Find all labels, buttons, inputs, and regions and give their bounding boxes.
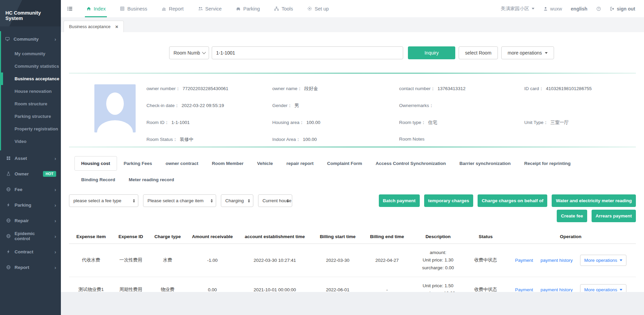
more-operations-label: More operations	[584, 258, 617, 263]
payment-history-link[interactable]: payment history	[540, 258, 573, 263]
sidebar-item-epidemic-control[interactable]: Epidemic control ›	[0, 228, 61, 244]
sidebar-item-label: Contract	[15, 249, 33, 254]
sidebar-item-property-registration[interactable]: Property registration	[1, 123, 61, 135]
payment-link[interactable]: Payment	[515, 258, 533, 263]
sidebar-menu: Community › My community Community stati…	[0, 26, 61, 275]
tab-housing-cost[interactable]: Housing cost	[74, 156, 117, 171]
cell-billing-end-time: -	[364, 277, 410, 292]
payment-history-link[interactable]: payment history	[540, 287, 573, 292]
sidebar-item-label: Parking	[15, 203, 31, 208]
fee-type-select[interactable]: please select a fee type	[69, 194, 138, 207]
batch-payment-button[interactable]: Batch payment	[379, 194, 420, 207]
nav-label: Set up	[315, 6, 329, 12]
sidebar-item-asset[interactable]: Asset ›	[0, 150, 61, 166]
nav-tools[interactable]: Tools	[274, 0, 293, 17]
search-field-select[interactable]: Room Number	[169, 46, 209, 59]
more-operations-button[interactable]: More operations	[580, 284, 626, 292]
sidebar-item-owner[interactable]: Owner HOT	[0, 166, 61, 182]
nav-service[interactable]: Service	[198, 0, 222, 17]
charge-item-select[interactable]: Please select a charge item	[143, 194, 216, 207]
menu-toggle-icon[interactable]	[67, 6, 73, 12]
field-unit-type: Unit Type：三室一厅	[524, 120, 636, 136]
tab-parking-fees[interactable]: Parking Fees	[117, 156, 159, 171]
tab-receipt-for-reprinting[interactable]: Receipt for reprinting	[518, 156, 577, 171]
search-field-value: Room Number	[174, 50, 200, 56]
sidebar-item-community-statistics[interactable]: Community statistics	[1, 60, 61, 72]
charging-status-select[interactable]: Charging	[221, 194, 253, 207]
water-electricity-meter-reading-button[interactable]: Water and electricity meter reading	[552, 194, 636, 207]
charging-status-value: Charging	[225, 198, 244, 203]
caret-down-icon	[620, 289, 622, 291]
community-selector[interactable]: 美满家园小区	[501, 6, 534, 12]
tab-access-control-synchronization[interactable]: Access Control Synchronization	[369, 156, 453, 171]
room-number-input[interactable]	[212, 46, 403, 59]
sidebar-item-community[interactable]: Community ›	[1, 31, 61, 47]
sidebar-item-contract[interactable]: Contract ›	[0, 244, 61, 259]
select-room-button[interactable]: select Room	[459, 46, 498, 59]
bolt-icon	[6, 203, 11, 207]
tab-vehicle[interactable]: Vehicle	[250, 156, 280, 171]
charge-on-behalf-button[interactable]: Charge charges on behalf of	[478, 194, 547, 207]
tab-complaint-form[interactable]: Complaint Form	[320, 156, 369, 171]
inquiry-button[interactable]: Inquiry	[408, 46, 455, 59]
user-menu[interactable]: wuxw	[543, 6, 562, 12]
nav-set-up[interactable]: Set up	[307, 0, 329, 17]
table-row: 代收水费 一次性费用 水费 -1.00 2022-03-30 10:27:41 …	[69, 244, 636, 277]
user-icon	[543, 6, 548, 11]
sidebar-item-repair[interactable]: Repair ›	[0, 213, 61, 228]
nav-business[interactable]: Business	[120, 0, 147, 17]
more-operations-button[interactable]: More operations	[580, 255, 626, 266]
arrears-payment-button[interactable]: Arrears payment	[592, 210, 636, 222]
caret-down-icon	[620, 259, 622, 261]
nav-index[interactable]: Index	[86, 0, 106, 17]
chevron-right-icon: ›	[54, 233, 56, 239]
create-fee-button[interactable]: Create fee	[557, 210, 587, 222]
tab-owner-contract[interactable]: owner contract	[159, 156, 205, 171]
chevron-down-icon	[202, 50, 206, 54]
temporary-charges-button[interactable]: temporary charges	[424, 194, 474, 207]
tab-binding-record[interactable]: Binding Record	[74, 172, 122, 187]
select-arrows-icon	[133, 199, 135, 203]
sidebar-item-my-community[interactable]: My community	[1, 47, 61, 60]
cell-expense-item: 代收水费	[69, 244, 113, 277]
nav-label: Index	[94, 6, 106, 12]
globe-icon	[6, 265, 11, 270]
more-operations-dropdown[interactable]: more operations	[501, 46, 554, 59]
tab-meter-reading-record[interactable]: Meter reading record	[122, 172, 181, 187]
sidebar-item-business-acceptance[interactable]: Business acceptance	[1, 72, 61, 85]
sidebar-item-parking-structure[interactable]: Parking structure	[1, 110, 61, 123]
sign-out-button[interactable]: sign out	[610, 6, 635, 12]
field-gender: Gender：男	[272, 103, 399, 120]
top-nav-right: 美满家园小区 wuxw english sign out	[501, 6, 635, 12]
tab-room-member[interactable]: Room Member	[205, 156, 250, 171]
flask-icon	[6, 171, 11, 176]
payment-link[interactable]: Payment	[515, 287, 533, 292]
nav-report[interactable]: Report	[161, 0, 184, 17]
tab-business-acceptance[interactable]: Business acceptance ×	[64, 21, 124, 32]
field-room-type: Room type：住宅	[399, 120, 524, 136]
nav-parking[interactable]: Parking	[236, 0, 260, 17]
sidebar-item-video[interactable]: Video	[1, 135, 61, 148]
close-icon[interactable]: ×	[115, 24, 118, 29]
sidebar-item-parking[interactable]: Parking ›	[0, 197, 61, 213]
field-housing-area: Housing area：100.00	[272, 120, 399, 136]
sidebar-item-house-renovation[interactable]: House renovation	[1, 85, 61, 98]
username: wuxw	[550, 6, 562, 12]
cell-account-establishment-time: 2021-10-01 00:00:00	[238, 277, 312, 292]
sitemap-icon	[274, 6, 279, 11]
sidebar-item-fee[interactable]: Fee ›	[0, 182, 61, 197]
tab-repair-report[interactable]: repair report	[280, 156, 320, 171]
tab-barrier-synchronization[interactable]: Barrier synchronization	[453, 156, 518, 171]
field-owner-number: owner number：772022032285430061	[146, 86, 272, 103]
owner-avatar	[94, 84, 136, 132]
sidebar-item-report[interactable]: Report ›	[0, 259, 61, 275]
community-name: 美满家园小区	[501, 6, 529, 12]
help-button[interactable]	[596, 6, 601, 11]
chevron-right-icon: ›	[54, 265, 56, 270]
globe-icon	[6, 187, 11, 192]
sidebar-item-room-structure[interactable]: Room structure	[1, 98, 61, 110]
cell-billing-start-time: 2022-03-30	[312, 244, 364, 277]
language-toggle[interactable]: english	[571, 6, 588, 12]
chevron-right-icon: ›	[54, 218, 56, 224]
current-house-select[interactable]: Current house	[258, 194, 292, 207]
